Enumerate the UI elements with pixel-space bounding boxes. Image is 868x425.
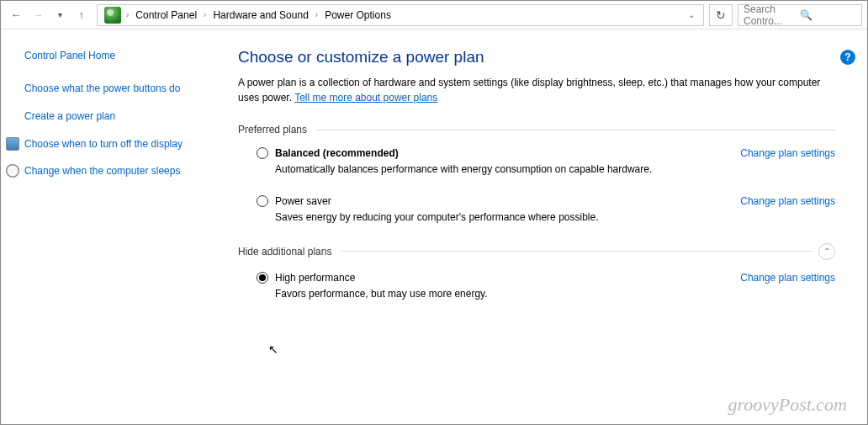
plan-description: Saves energy by reducing your computer's…	[257, 210, 835, 225]
change-plan-settings-link[interactable]: Change plan settings	[740, 272, 835, 284]
search-placeholder: Search Contro...	[744, 3, 800, 27]
plan-description: Favors performance, but may use more ene…	[257, 287, 835, 301]
plan-description: Automatically balances performance with …	[257, 162, 835, 177]
main-content: Choose or customize a power plan A power…	[226, 29, 867, 424]
breadcrumb-item[interactable]: Power Options	[320, 9, 396, 21]
sidebar: Control Panel Home Choose what the power…	[1, 29, 226, 424]
search-icon: 🔍	[800, 9, 856, 21]
clock-icon	[6, 164, 19, 178]
sidebar-link-label: Create a power plan	[24, 109, 115, 124]
up-button[interactable]: ↑	[71, 5, 92, 25]
forward-button[interactable]: →	[28, 5, 48, 25]
address-bar[interactable]: › Control Panel › Hardware and Sound › P…	[97, 4, 704, 26]
page-description: A power plan is a collection of hardware…	[238, 75, 835, 105]
chevron-right-icon: ›	[124, 10, 130, 19]
page-title: Choose or customize a power plan	[238, 48, 835, 66]
search-input[interactable]: Search Contro... 🔍	[738, 4, 862, 26]
sidebar-link-label: Choose when to turn off the display	[24, 137, 183, 151]
control-panel-home-link[interactable]: Control Panel Home	[24, 50, 211, 61]
recent-dropdown[interactable]: ▾	[50, 5, 70, 25]
sidebar-link[interactable]: Change when the computer sleeps	[24, 164, 211, 178]
mon-icon	[6, 137, 19, 151]
control-panel-icon	[104, 7, 121, 24]
sidebar-link-label: Choose what the power buttons do	[24, 82, 180, 96]
plan-name[interactable]: High performance	[275, 272, 355, 284]
plan-radio[interactable]	[257, 195, 268, 207]
change-plan-settings-link[interactable]: Change plan settings	[740, 147, 835, 159]
refresh-button[interactable]: ↻	[709, 4, 733, 26]
plan-name[interactable]: Balanced (recommended)	[275, 147, 399, 159]
plan-radio[interactable]	[257, 272, 268, 284]
change-plan-settings-link[interactable]: Change plan settings	[740, 195, 835, 207]
collapse-button[interactable]: ⌃	[818, 243, 835, 260]
preferred-plans-label: Preferred plans	[238, 124, 317, 135]
chevron-right-icon: ›	[314, 10, 320, 19]
plan-radio[interactable]	[257, 147, 268, 159]
watermark: groovyPost.com	[728, 394, 847, 416]
back-button[interactable]: ←	[6, 5, 26, 25]
sidebar-link-label: Change when the computer sleeps	[24, 164, 180, 178]
address-dropdown-icon[interactable]: ⌄	[683, 10, 700, 19]
sidebar-link[interactable]: Choose what the power buttons do	[24, 82, 211, 96]
breadcrumb-item[interactable]: Hardware and Sound	[208, 9, 313, 21]
breadcrumb-item[interactable]: Control Panel	[130, 9, 202, 21]
plan-name[interactable]: Power saver	[275, 195, 331, 207]
additional-plans-label: Hide additional plans	[238, 246, 341, 258]
address-toolbar: ← → ▾ ↑ › Control Panel › Hardware and S…	[1, 1, 867, 29]
sidebar-link[interactable]: Create a power plan	[24, 109, 211, 124]
learn-more-link[interactable]: Tell me more about power plans	[294, 92, 437, 104]
chevron-right-icon: ›	[202, 10, 208, 19]
sidebar-link[interactable]: Choose when to turn off the display	[24, 137, 211, 151]
cursor-icon: ↖	[268, 343, 278, 356]
